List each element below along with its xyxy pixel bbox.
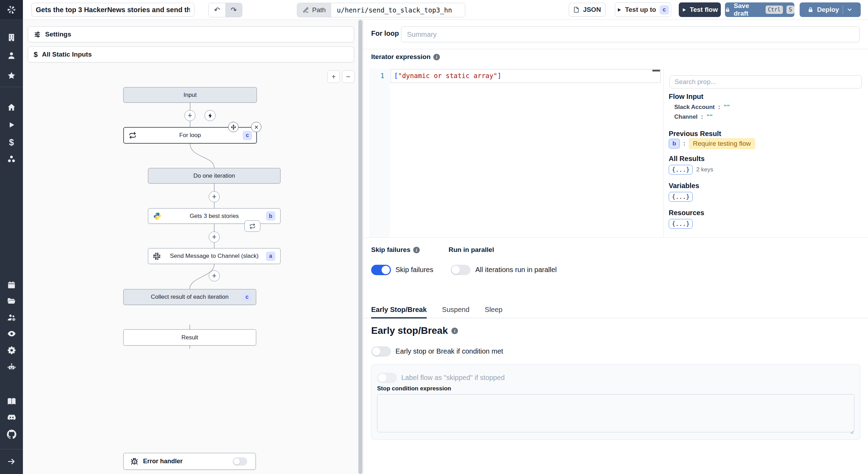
error-handler-toggle[interactable] [233, 457, 247, 466]
object-expand-badge[interactable]: {...} [669, 219, 693, 229]
object-expand-badge[interactable]: {...} [669, 165, 693, 175]
node-result[interactable]: Result [123, 329, 256, 346]
add-step-button[interactable]: + [209, 191, 220, 202]
repeat-icon [249, 223, 256, 229]
windmill-logo[interactable] [0, 0, 23, 20]
search-prop-input[interactable] [669, 75, 862, 88]
sidebar-item-audit[interactable] [0, 327, 23, 340]
move-step-button[interactable] [228, 122, 239, 132]
label-skipped-toggle[interactable] [377, 373, 397, 383]
dollar-icon: $ [9, 137, 14, 147]
node-send-message-slack-label: Send Message to Channel (slack) [170, 253, 258, 260]
skip-failures-toggle-label: Skip failures [395, 266, 433, 274]
sidebar-item-folders[interactable] [0, 294, 23, 308]
undo-redo-group: ↶ ↷ [208, 3, 242, 17]
sidebar-item-docs[interactable] [0, 394, 23, 408]
test-up-to-step-badge: c [660, 5, 669, 15]
node-gets-3-best-stories-label: Gets 3 best stories [190, 213, 239, 220]
all-results-row[interactable]: {...} 2 keys [669, 165, 713, 175]
sidebar-item-variables[interactable]: $ [0, 135, 23, 149]
restart-iteration-button[interactable] [244, 220, 260, 232]
scrollbar-thumb[interactable] [358, 20, 362, 474]
move-icon [231, 124, 236, 130]
prop-row-slack-account[interactable]: Slack Account : "" [674, 104, 730, 111]
step-id-badge: b [266, 211, 275, 221]
sidebar-separator [0, 87, 23, 87]
all-results-meta: 2 keys [696, 166, 713, 173]
kbd-ctrl: Ctrl [766, 6, 783, 14]
folder-open-icon [7, 297, 16, 306]
tab-early-stop-break[interactable]: Early Stop/Break [371, 302, 427, 318]
step-ref-badge[interactable]: b [669, 139, 680, 149]
sidebar-item-github[interactable] [0, 427, 23, 441]
prop-row-channel[interactable]: Channel : "" [674, 113, 713, 120]
sidebar-item-user[interactable] [0, 49, 23, 62]
node-do-one-iteration[interactable]: Do one iteration [148, 168, 281, 184]
path-field[interactable]: Path u/henri/send_to_slack_top3_hn [297, 3, 465, 17]
iterator-code-editor[interactable]: 1 ["dynamic or static array"] [369, 68, 662, 237]
sidebar-item-discord[interactable] [0, 410, 23, 424]
delete-step-button[interactable] [251, 122, 261, 132]
previous-result-row[interactable]: b : Require testing flow [669, 138, 755, 149]
app-root: $ [0, 0, 868, 474]
early-stop-toggle[interactable] [371, 346, 391, 357]
node-gets-3-best-stories[interactable]: Gets 3 best stories b [148, 208, 281, 224]
eye-icon [7, 329, 16, 338]
step-config-panel: For loop Iterator expression 1 ["dynamic… [363, 20, 868, 474]
sidebar-item-favorites[interactable] [0, 69, 23, 83]
node-error-handler-label: Error handler [143, 458, 183, 465]
chevron-down-icon[interactable] [846, 7, 853, 13]
skip-failures-toggle[interactable] [371, 265, 391, 275]
zoom-in-button[interactable]: + [327, 70, 340, 83]
flow-settings-bar[interactable]: Settings [28, 26, 354, 42]
info-icon[interactable] [433, 54, 440, 60]
add-step-button[interactable]: + [209, 231, 220, 243]
node-collect-result-label: Collect result of each iteration [151, 294, 229, 301]
object-expand-badge[interactable]: {...} [669, 192, 693, 202]
code-text: ["dynamic or static array"] [384, 72, 501, 79]
stop-condition-textarea[interactable] [377, 394, 854, 432]
prop-picker-panel: Flow Input Slack Account : "" Channel : … [663, 68, 868, 237]
redo-button[interactable]: ↷ [225, 3, 242, 17]
test-up-to-button[interactable]: Test up to c [615, 2, 671, 17]
editor-fold-marker[interactable] [652, 70, 660, 71]
test-flow-button[interactable]: Test flow [679, 2, 721, 17]
sidebar-item-runs[interactable] [0, 118, 23, 132]
sidebar-item-workspace[interactable] [0, 31, 23, 44]
node-input[interactable]: Input [123, 87, 257, 103]
zoom-out-button[interactable]: − [342, 70, 354, 83]
python-icon [153, 212, 161, 220]
node-send-message-slack[interactable]: Send Message to Channel (slack) a [148, 248, 281, 264]
add-step-button[interactable]: + [184, 110, 195, 121]
json-button[interactable]: JSON [569, 3, 606, 17]
sidebar-item-settings[interactable] [0, 343, 23, 357]
save-draft-button[interactable]: Save draft Ctrl S [725, 2, 794, 17]
undo-button[interactable]: ↶ [209, 3, 225, 17]
sidebar-collapse-button[interactable] [0, 455, 23, 468]
node-collect-result[interactable]: Collect result of each iteration c [123, 289, 256, 305]
sidebar-item-resources[interactable] [0, 152, 23, 166]
info-icon[interactable] [451, 328, 458, 334]
flow-title-input[interactable] [31, 3, 194, 17]
variables-heading: Variables [669, 182, 699, 190]
panel-scrollbar[interactable] [358, 20, 363, 474]
sidebar-item-schedules[interactable] [0, 278, 23, 292]
summary-input[interactable] [401, 26, 860, 42]
sidebar-item-home[interactable] [0, 100, 23, 114]
tab-suspend[interactable]: Suspend [442, 302, 469, 318]
file-icon [573, 7, 579, 13]
deploy-button[interactable]: Deploy [800, 2, 861, 17]
sidebar-item-workers[interactable] [0, 311, 23, 324]
tab-sleep[interactable]: Sleep [485, 302, 502, 318]
variables-row[interactable]: {...} [669, 192, 693, 202]
add-step-button[interactable]: + [209, 270, 220, 281]
sidebar-item-ai[interactable] [0, 360, 23, 374]
previous-result-heading: Previous Result [669, 130, 721, 138]
resources-row[interactable]: {...} [669, 219, 693, 229]
all-results-heading: All Results [669, 155, 704, 163]
run-in-parallel-toggle[interactable] [451, 265, 470, 275]
all-static-inputs-bar[interactable]: $ All Static Inputs [28, 46, 354, 62]
node-error-handler[interactable]: Error handler [123, 453, 256, 470]
info-icon[interactable] [413, 247, 420, 253]
add-trigger-button[interactable] [205, 110, 216, 121]
